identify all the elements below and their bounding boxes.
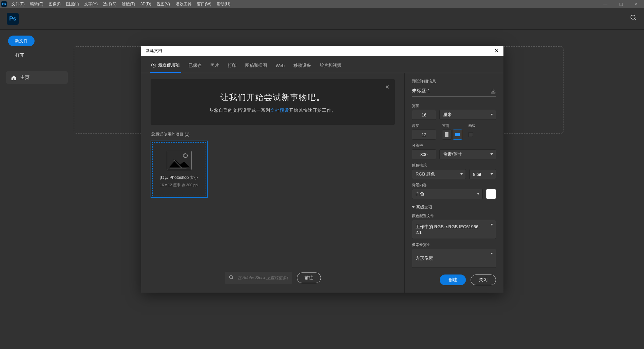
sidebar-item-label: 主页 [20,74,30,81]
ps-logo-icon: Ps [7,13,19,25]
chevron-down-icon [490,153,493,155]
menu-view[interactable]: 视图(V) [154,1,173,7]
select-value: 方形像素 [416,255,433,261]
tab-recent[interactable]: 最近使用项 [150,59,181,73]
tab-photo[interactable]: 照片 [209,59,220,73]
menu-layer[interactable]: 图层(L) [63,1,82,7]
home-sidebar: 新文件 打开 主页 [0,30,74,349]
chevron-down-icon [412,206,415,208]
new-document-dialog: 新建文档 ✕ 最近使用项 已保存 照片 打印 图稿和插图 Web 移动设备 胶片… [141,46,503,293]
open-button[interactable]: 打开 [9,50,31,60]
stock-search-row: 前往 [151,267,395,287]
app-header: Ps [0,8,644,30]
create-button[interactable]: 创建 [440,275,466,285]
advanced-options-toggle[interactable]: 高级选项 [412,204,496,210]
stock-go-button[interactable]: 前往 [297,272,321,283]
stock-search-input[interactable] [225,272,292,284]
menu-plugins[interactable]: 增效工具 [173,1,194,7]
orientation-portrait-button[interactable] [442,130,451,140]
select-value: 像素/英寸 [443,151,462,157]
window-close-button[interactable]: ✕ [629,0,644,8]
orientation-landscape-button[interactable] [453,130,462,140]
menu-help[interactable]: 帮助(H) [214,1,233,7]
window-minimize-button[interactable]: — [598,0,613,8]
svg-line-4 [232,278,233,279]
tab-film[interactable]: 胶片和视频 [318,59,343,73]
preset-name: 默认 Photoshop 大小 [160,175,198,181]
home-icon [11,75,17,80]
search-icon[interactable] [630,14,637,23]
background-color-swatch[interactable] [486,189,496,199]
clock-icon [151,63,156,67]
menu-type[interactable]: 文字(Y) [82,1,100,7]
document-name-input[interactable] [412,87,488,95]
width-unit-select[interactable]: 厘米 [439,110,496,120]
chevron-down-icon [477,193,480,195]
pixel-aspect-select[interactable]: 方形像素 [412,249,496,268]
dialog-titlebar: 新建文档 ✕ [141,46,503,56]
chevron-down-icon [490,224,493,226]
dialog-tabs: 最近使用项 已保存 照片 打印 图稿和插图 Web 移动设备 胶片和视频 [141,56,503,73]
height-label: 高度 [412,123,436,128]
background-select[interactable]: 白色 [412,189,483,199]
close-button[interactable]: 关闭 [471,275,496,285]
orientation-label: 方向 [442,123,462,128]
new-file-button[interactable]: 新文件 [8,36,35,46]
image-placeholder-icon [167,151,192,170]
svg-rect-5 [491,92,495,93]
tab-print[interactable]: 打印 [226,59,238,73]
color-mode-select[interactable]: RGB 颜色 [412,169,466,179]
window-maximize-button[interactable]: ▢ [613,0,629,8]
menu-3d[interactable]: 3D(D) [138,2,154,6]
dialog-close-icon[interactable]: ✕ [494,48,499,54]
resolution-label: 分辨率 [412,143,496,148]
menu-edit[interactable]: 编辑(E) [27,1,46,7]
system-menubar: Ps 文件(F) 编辑(E) 图像(I) 图层(L) 文字(Y) 选择(S) 滤… [0,0,644,8]
menu-file[interactable]: 文件(F) [9,1,27,7]
color-depth-select[interactable]: 8 bit [469,169,496,179]
select-value: 白色 [416,191,424,197]
select-value: 8 bit [473,172,481,177]
resolution-unit-select[interactable]: 像素/英寸 [439,149,496,159]
tab-saved[interactable]: 已保存 [187,59,203,73]
chevron-down-icon [490,114,493,115]
preset-dimensions: 16 x 12 厘米 @ 300 ppi [160,183,199,188]
svg-rect-6 [445,132,448,137]
width-label: 宽度 [412,103,496,108]
color-mode-label: 颜色模式 [412,163,496,168]
ps-tiny-icon: Ps [1,1,7,7]
save-preset-icon[interactable] [490,88,496,94]
panel-title: 预设详细信息 [412,79,496,84]
tab-art[interactable]: 图稿和插图 [244,59,268,73]
chevron-down-icon [460,173,463,175]
svg-rect-7 [455,133,460,136]
svg-point-0 [631,15,635,19]
banner-close-icon[interactable]: ✕ [385,84,389,90]
menu-filter[interactable]: 滤镜(T) [119,1,138,7]
menu-window[interactable]: 窗口(W) [194,1,214,7]
svg-point-3 [229,276,232,279]
color-profile-label: 颜色配置文件 [412,213,496,218]
banner-text: 从您自己的文档设置或一系列文档预设开始以快速开始工作。 [161,107,385,113]
dialog-title: 新建文档 [146,48,162,54]
tab-mobile[interactable]: 移动设备 [292,59,312,73]
search-icon [229,275,234,282]
background-label: 背景内容 [412,183,496,188]
color-profile-select[interactable]: 工作中的 RGB: sRGB IEC61966-2.1 [412,220,496,239]
select-value: RGB 颜色 [416,171,435,177]
banner-t2: 开始以快速开始工作。 [289,108,336,113]
artboard-checkbox[interactable] [468,132,473,137]
width-input[interactable] [412,110,436,120]
sidebar-item-home[interactable]: 主页 [6,71,68,84]
resolution-input[interactable] [412,149,436,159]
preset-card-default[interactable]: 默认 Photoshop 大小 16 x 12 厘米 @ 300 ppi [151,141,208,198]
doc-presets-link[interactable]: 文档预设 [270,108,289,113]
height-input[interactable] [412,130,436,140]
tab-web[interactable]: Web [274,59,286,73]
pixel-aspect-label: 像素长宽比 [412,242,496,247]
welcome-banner: ✕ 让我们开始尝试新事物吧。 从您自己的文档设置或一系列文档预设开始以快速开始工… [151,79,395,125]
menu-select[interactable]: 选择(S) [100,1,119,7]
select-value: 厘米 [443,112,452,118]
menu-image[interactable]: 图像(I) [46,1,63,7]
artboard-label: 画板 [468,123,476,128]
